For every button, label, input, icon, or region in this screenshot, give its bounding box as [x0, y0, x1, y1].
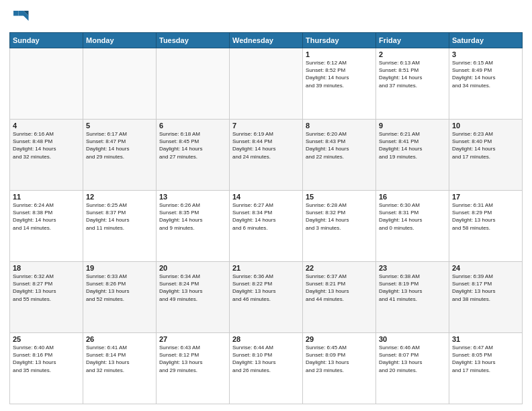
day-cell: 27Sunrise: 6:43 AM Sunset: 8:12 PM Dayli…: [157, 333, 230, 404]
day-info: Sunrise: 6:47 AM Sunset: 8:05 PM Dayligh…: [452, 344, 519, 374]
day-cell: 29Sunrise: 6:45 AM Sunset: 8:09 PM Dayli…: [303, 333, 376, 404]
day-cell: 22Sunrise: 6:37 AM Sunset: 8:21 PM Dayli…: [303, 262, 376, 333]
day-info: Sunrise: 6:30 AM Sunset: 8:31 PM Dayligh…: [379, 201, 446, 232]
col-header-thursday: Thursday: [303, 33, 376, 48]
day-info: Sunrise: 6:31 AM Sunset: 8:29 PM Dayligh…: [452, 201, 519, 232]
col-header-saturday: Saturday: [449, 33, 523, 48]
day-cell: 5Sunrise: 6:17 AM Sunset: 8:47 PM Daylig…: [83, 120, 157, 191]
day-info: Sunrise: 6:27 AM Sunset: 8:34 PM Dayligh…: [232, 201, 300, 232]
day-cell: 21Sunrise: 6:36 AM Sunset: 8:22 PM Dayli…: [230, 262, 303, 333]
day-cell: 7Sunrise: 6:19 AM Sunset: 8:44 PM Daylig…: [230, 120, 303, 191]
day-cell: 23Sunrise: 6:38 AM Sunset: 8:19 PM Dayli…: [376, 262, 449, 333]
day-cell: 3Sunrise: 6:15 AM Sunset: 8:49 PM Daylig…: [449, 48, 523, 120]
week-row-1: 1Sunrise: 6:12 AM Sunset: 8:52 PM Daylig…: [10, 48, 523, 120]
day-number: 20: [159, 264, 226, 272]
day-info: Sunrise: 6:44 AM Sunset: 8:10 PM Dayligh…: [232, 344, 300, 374]
day-cell: 11Sunrise: 6:24 AM Sunset: 8:38 PM Dayli…: [10, 191, 83, 262]
day-cell: 16Sunrise: 6:30 AM Sunset: 8:31 PM Dayli…: [376, 191, 449, 262]
day-info: Sunrise: 6:24 AM Sunset: 8:38 PM Dayligh…: [13, 201, 80, 232]
day-info: Sunrise: 6:19 AM Sunset: 8:44 PM Dayligh…: [232, 130, 300, 161]
svg-marker-4: [13, 11, 19, 16]
day-info: Sunrise: 6:38 AM Sunset: 8:19 PM Dayligh…: [379, 273, 446, 303]
day-cell: 20Sunrise: 6:34 AM Sunset: 8:24 PM Dayli…: [157, 262, 230, 333]
day-cell: 30Sunrise: 6:46 AM Sunset: 8:07 PM Dayli…: [376, 333, 449, 404]
calendar-table: SundayMondayTuesdayWednesdayThursdayFrid…: [9, 32, 523, 404]
day-number: 15: [306, 193, 373, 201]
day-number: 4: [13, 122, 80, 130]
day-info: Sunrise: 6:40 AM Sunset: 8:16 PM Dayligh…: [13, 344, 80, 374]
day-info: Sunrise: 6:34 AM Sunset: 8:24 PM Dayligh…: [159, 273, 226, 303]
day-number: 31: [452, 335, 519, 343]
day-info: Sunrise: 6:45 AM Sunset: 8:09 PM Dayligh…: [306, 344, 373, 374]
day-cell: 12Sunrise: 6:25 AM Sunset: 8:37 PM Dayli…: [83, 191, 157, 262]
day-info: Sunrise: 6:18 AM Sunset: 8:45 PM Dayligh…: [159, 130, 226, 161]
day-info: Sunrise: 6:17 AM Sunset: 8:47 PM Dayligh…: [86, 130, 153, 161]
col-header-friday: Friday: [376, 33, 449, 48]
logo: [9, 7, 32, 27]
day-info: Sunrise: 6:32 AM Sunset: 8:27 PM Dayligh…: [13, 273, 80, 303]
day-info: Sunrise: 6:15 AM Sunset: 8:49 PM Dayligh…: [452, 59, 519, 89]
day-number: 21: [232, 264, 300, 272]
day-cell: 10Sunrise: 6:23 AM Sunset: 8:40 PM Dayli…: [449, 120, 523, 191]
day-number: 8: [306, 122, 373, 130]
day-info: Sunrise: 6:12 AM Sunset: 8:52 PM Dayligh…: [306, 59, 373, 89]
day-cell: 19Sunrise: 6:33 AM Sunset: 8:26 PM Dayli…: [83, 262, 157, 333]
day-cell: [157, 48, 230, 120]
col-header-wednesday: Wednesday: [230, 33, 303, 48]
col-header-monday: Monday: [83, 33, 157, 48]
header: [9, 7, 523, 27]
day-info: Sunrise: 6:20 AM Sunset: 8:43 PM Dayligh…: [306, 130, 373, 161]
page: SundayMondayTuesdayWednesdayThursdayFrid…: [0, 0, 532, 411]
day-number: 18: [13, 264, 80, 272]
day-cell: 8Sunrise: 6:20 AM Sunset: 8:43 PM Daylig…: [303, 120, 376, 191]
day-number: 12: [86, 193, 153, 201]
day-cell: 25Sunrise: 6:40 AM Sunset: 8:16 PM Dayli…: [10, 333, 83, 404]
calendar-header-row: SundayMondayTuesdayWednesdayThursdayFrid…: [10, 33, 523, 48]
week-row-2: 4Sunrise: 6:16 AM Sunset: 8:48 PM Daylig…: [10, 120, 523, 191]
day-number: 3: [452, 50, 519, 58]
day-info: Sunrise: 6:26 AM Sunset: 8:35 PM Dayligh…: [159, 201, 226, 232]
week-row-4: 18Sunrise: 6:32 AM Sunset: 8:27 PM Dayli…: [10, 262, 523, 333]
day-number: 14: [232, 193, 300, 201]
day-number: 16: [379, 193, 446, 201]
day-cell: 4Sunrise: 6:16 AM Sunset: 8:48 PM Daylig…: [10, 120, 83, 191]
day-number: 2: [379, 50, 446, 58]
day-cell: [10, 48, 83, 120]
day-cell: 14Sunrise: 6:27 AM Sunset: 8:34 PM Dayli…: [230, 191, 303, 262]
day-info: Sunrise: 6:41 AM Sunset: 8:14 PM Dayligh…: [86, 344, 153, 374]
day-info: Sunrise: 6:46 AM Sunset: 8:07 PM Dayligh…: [379, 344, 446, 374]
day-info: Sunrise: 6:23 AM Sunset: 8:40 PM Dayligh…: [452, 130, 519, 161]
logo-icon: [9, 7, 30, 27]
day-number: 29: [306, 335, 373, 343]
day-info: Sunrise: 6:28 AM Sunset: 8:32 PM Dayligh…: [306, 201, 373, 232]
day-number: 28: [232, 335, 300, 343]
day-number: 25: [13, 335, 80, 343]
day-cell: 26Sunrise: 6:41 AM Sunset: 8:14 PM Dayli…: [83, 333, 157, 404]
day-cell: [230, 48, 303, 120]
day-number: 26: [86, 335, 153, 343]
day-info: Sunrise: 6:33 AM Sunset: 8:26 PM Dayligh…: [86, 273, 153, 303]
day-info: Sunrise: 6:21 AM Sunset: 8:41 PM Dayligh…: [379, 130, 446, 161]
day-info: Sunrise: 6:25 AM Sunset: 8:37 PM Dayligh…: [86, 201, 153, 232]
day-info: Sunrise: 6:39 AM Sunset: 8:17 PM Dayligh…: [452, 273, 519, 303]
day-cell: 15Sunrise: 6:28 AM Sunset: 8:32 PM Dayli…: [303, 191, 376, 262]
day-number: 24: [452, 264, 519, 272]
day-number: 30: [379, 335, 446, 343]
day-cell: 31Sunrise: 6:47 AM Sunset: 8:05 PM Dayli…: [449, 333, 523, 404]
day-number: 23: [379, 264, 446, 272]
day-number: 27: [159, 335, 226, 343]
day-number: 22: [306, 264, 373, 272]
day-number: 17: [452, 193, 519, 201]
day-number: 6: [159, 122, 226, 130]
svg-marker-3: [19, 11, 24, 16]
day-number: 10: [452, 122, 519, 130]
day-cell: 1Sunrise: 6:12 AM Sunset: 8:52 PM Daylig…: [303, 48, 376, 120]
week-row-3: 11Sunrise: 6:24 AM Sunset: 8:38 PM Dayli…: [10, 191, 523, 262]
day-cell: 17Sunrise: 6:31 AM Sunset: 8:29 PM Dayli…: [449, 191, 523, 262]
col-header-tuesday: Tuesday: [157, 33, 230, 48]
day-info: Sunrise: 6:37 AM Sunset: 8:21 PM Dayligh…: [306, 273, 373, 303]
day-cell: 9Sunrise: 6:21 AM Sunset: 8:41 PM Daylig…: [376, 120, 449, 191]
day-number: 1: [306, 50, 373, 58]
day-cell: 18Sunrise: 6:32 AM Sunset: 8:27 PM Dayli…: [10, 262, 83, 333]
day-number: 13: [159, 193, 226, 201]
